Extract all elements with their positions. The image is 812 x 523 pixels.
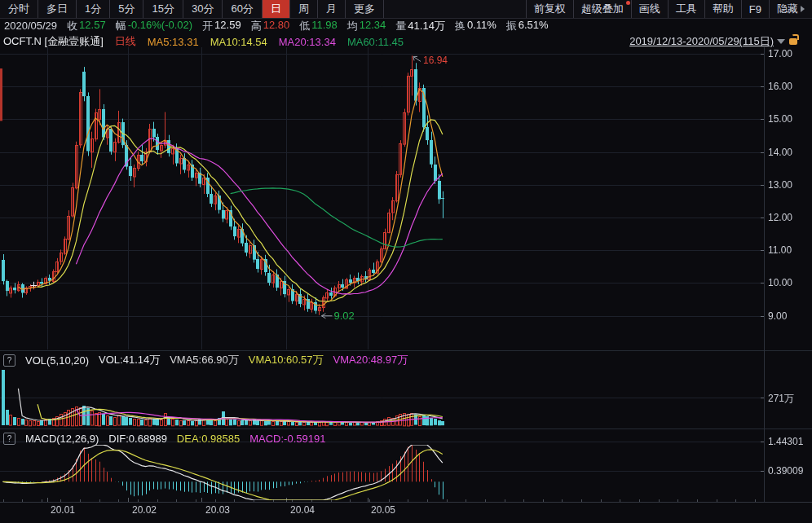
x-axis-label: 20.05 (371, 504, 395, 516)
vma20-value: VMA20:48.97万 (333, 353, 408, 367)
x-axis-label: 20.02 (132, 504, 157, 516)
tab-60min[interactable]: 60分 (223, 0, 262, 18)
quote-amplitude: 振 6.51% (506, 19, 549, 33)
macd-help-icon[interactable]: ? (3, 433, 15, 445)
hide-button[interactable]: 隐藏 (769, 0, 812, 18)
f9-button[interactable]: F9 (741, 0, 769, 18)
super-overlay-button[interactable]: 超级叠加 (573, 0, 631, 18)
quote-avg: 均 12.34 (347, 19, 386, 33)
chevron-down-icon (777, 39, 785, 44)
chart-header: OCFT.N [金融壹账通] 日线 MA5:13.31 MA10:14.54 M… (3, 34, 404, 49)
quote-turnover: 换 0.11% (455, 19, 496, 33)
dea-value: DEA:0.98585 (177, 433, 240, 445)
y-axis-label: 14.00 (768, 147, 792, 158)
macd-header: ? MACD(12,26,9) DIF:0.68989 DEA:0.98585 … (3, 433, 325, 445)
tab-monthly[interactable]: 月 (318, 0, 346, 18)
y-axis-label: 1.44301 (768, 436, 803, 447)
x-axis-label: 20.04 (290, 504, 315, 516)
tab-weekly[interactable]: 周 (290, 0, 318, 18)
date-range-selector[interactable]: 2019/12/13-2020/05/29(115日) (629, 34, 797, 49)
y-axis-label: 17.00 (768, 48, 792, 59)
y-axis-label: 13.00 (768, 179, 792, 191)
quote-date: 2020/05/29 (4, 20, 57, 32)
quote-volume: 量 41.14万 (395, 19, 445, 33)
quote-high: 高 12.80 (251, 19, 290, 33)
tab-more[interactable]: 更多 (346, 0, 384, 18)
hide-label: 隐藏 (777, 2, 798, 16)
ma20-value: MA20:13.34 (279, 36, 336, 48)
quote-bar: 2020/05/29 收 12.57 幅 -0.16%(-0.02) 开 12.… (0, 18, 812, 33)
macd-value: MACD:-0.59191 (249, 433, 325, 445)
super-overlay-label: 超级叠加 (581, 2, 624, 16)
y-axis-label: 271万 (768, 392, 794, 406)
quote-change: 幅 -0.16%(-0.02) (116, 19, 192, 33)
ma5-value: MA5:13.31 (148, 36, 199, 48)
tab-5min[interactable]: 5分 (110, 0, 143, 18)
tab-15min[interactable]: 15分 (143, 0, 183, 18)
vma10-value: VMA10:60.57万 (249, 353, 324, 367)
tab-1min[interactable]: 1分 (77, 0, 110, 18)
y-axis-label: 0.39009 (768, 465, 803, 477)
x-axis-label: 20.03 (205, 504, 230, 516)
y-axis-label: 9.00 (768, 310, 787, 322)
period-label: 日线 (115, 34, 136, 49)
draw-line-button[interactable]: 画线 (631, 0, 668, 18)
y-axis-label: 12.00 (768, 212, 792, 223)
chevron-right-icon (801, 6, 805, 12)
vol-title: VOL(5,10,20) (25, 354, 89, 367)
y-axis-label: 10.00 (768, 277, 792, 288)
tab-multiday[interactable]: 多日 (38, 0, 77, 18)
x-axis-label: 20.01 (51, 504, 75, 516)
vol-header: ? VOL(5,10,20) VOL:41.14万 VMA5:66.90万 VM… (3, 353, 408, 367)
vol-value: VOL:41.14万 (99, 353, 160, 367)
tools-button[interactable]: 工具 (668, 0, 704, 18)
tab-daily[interactable]: 日 (263, 0, 290, 18)
toolbar-right-actions: 前复权 超级叠加 画线 工具 帮助 F9 隐藏 (526, 0, 812, 18)
ma10-value: MA10:14.54 (210, 36, 267, 48)
dif-value: DIF:0.68989 (108, 433, 167, 445)
y-axis-label: 11.00 (768, 244, 792, 256)
vma5-value: VMA5:66.90万 (170, 353, 239, 367)
lock-icon[interactable] (789, 38, 797, 45)
tab-30min[interactable]: 30分 (183, 0, 223, 18)
date-range-text: 2019/12/13-2020/05/29(115日) (629, 34, 774, 49)
help-button[interactable]: 帮助 (704, 0, 741, 18)
tab-intraday[interactable]: 分时 (0, 0, 38, 18)
period-tabbar: 分时 多日 1分 5分 15分 30分 60分 日 周 月 更多 前复权 超级叠… (0, 0, 812, 19)
stock-chart-window: 分时 多日 1分 5分 15分 30分 60分 日 周 月 更多 前复权 超级叠… (0, 0, 812, 523)
y-axis-label: 15.00 (768, 113, 792, 125)
quote-close: 收 12.57 (67, 19, 106, 33)
notification-dot (626, 1, 630, 5)
forward-adjust-button[interactable]: 前复权 (526, 0, 573, 18)
macd-title: MACD(12,26,9) (25, 433, 99, 445)
y-axis-label: 16.00 (768, 81, 792, 92)
quote-low: 低 11.98 (299, 19, 338, 33)
vol-help-icon[interactable]: ? (3, 354, 15, 367)
ma60-value: MA60:11.45 (347, 36, 404, 48)
quote-open: 开 12.59 (202, 19, 241, 33)
symbol-name: OCFT.N [金融壹账通] (3, 34, 104, 49)
